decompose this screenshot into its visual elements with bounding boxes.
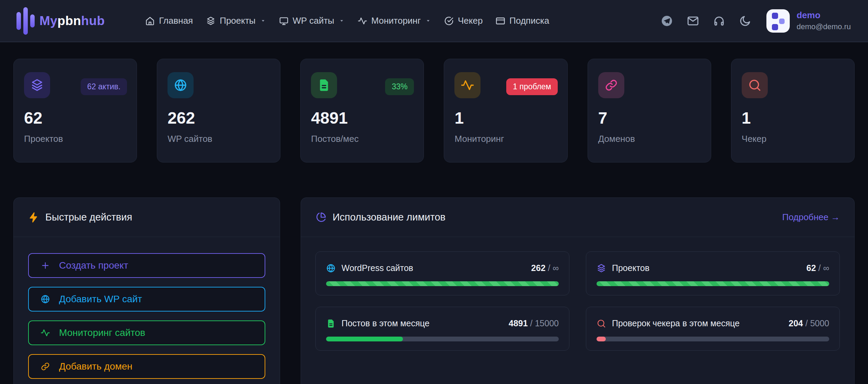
search-icon (748, 78, 762, 92)
activity-icon (358, 16, 367, 26)
limit-card-projects: Проектов 62 / ∞ (586, 251, 840, 295)
home-icon (145, 16, 155, 26)
panels-row: Быстрые действия Создать проект Добавить… (13, 197, 855, 384)
file-text-icon (317, 78, 331, 92)
check-circle-icon (444, 16, 454, 26)
mail-button[interactable] (687, 15, 699, 27)
stat-value: 1 (742, 109, 844, 127)
quick-action-label: Мониторинг сайтов (59, 327, 145, 338)
user-menu[interactable]: demo demo@demo.ru (766, 9, 851, 33)
quick-action-add-domain-button[interactable]: Добавить домен (28, 354, 265, 379)
brand-logo[interactable]: Mypbnhub (16, 7, 105, 35)
stat-value: 1 (454, 109, 557, 127)
theme-toggle-button[interactable] (739, 15, 751, 27)
nav-item-label: Проекты (220, 15, 255, 26)
quick-action-add-wp-site-button[interactable]: Добавить WP сайт (28, 287, 265, 312)
navbar: Mypbnhub Главная Проекты WP сайты Монито… (0, 0, 868, 42)
stat-card-checker[interactable]: 1 Чекер (731, 59, 855, 162)
moon-icon (739, 15, 751, 27)
stat-card-posts[interactable]: 33% 4891 Постов/мес (300, 59, 424, 162)
limit-progress-fill (597, 281, 829, 286)
user-name: demo (797, 10, 851, 21)
file-text-icon (326, 319, 336, 328)
chevron-down-icon (339, 18, 345, 24)
chevron-down-icon (260, 18, 266, 24)
quick-action-label: Создать проект (59, 260, 128, 271)
quick-action-label: Добавить домен (59, 361, 132, 372)
limit-progress-fill (597, 337, 606, 341)
stat-card-domains[interactable]: 7 Доменов (588, 59, 711, 162)
nav-item-home[interactable]: Главная (145, 15, 193, 26)
limit-progress-fill (326, 337, 403, 341)
stat-card-projects[interactable]: 62 актив. 62 Проектов (13, 59, 137, 162)
headphones-icon (713, 15, 725, 27)
stat-icon-tile (24, 72, 50, 98)
link-icon (40, 362, 50, 371)
globe-icon (174, 78, 187, 92)
zap-icon (28, 212, 39, 223)
limits-details-link[interactable]: Подробнее → (782, 212, 840, 223)
limits-list: WordPress сайтов 262 / ∞ Проектов 62 / ∞… (301, 237, 854, 365)
stat-icon-tile (311, 72, 337, 98)
stat-value: 4891 (311, 109, 413, 127)
pie-chart-icon (315, 212, 326, 223)
nav-item-label: WP сайты (293, 15, 334, 26)
chevron-down-icon (425, 18, 431, 24)
user-email: demo@demo.ru (797, 22, 851, 31)
nav-item-label: Главная (159, 15, 193, 26)
globe-icon (326, 263, 336, 273)
limit-label: Проектов (612, 263, 649, 273)
avatar (766, 9, 790, 33)
limits-title: Использование лимитов (333, 212, 445, 223)
topbar-actions: demo demo@demo.ru (661, 9, 851, 33)
stat-label: Доменов (598, 134, 701, 144)
telegram-button[interactable] (661, 15, 673, 27)
stat-label: Постов/мес (311, 134, 413, 144)
quick-action-label: Добавить WP сайт (59, 294, 142, 305)
stat-badge: 33% (385, 78, 414, 95)
layers-icon (30, 78, 44, 92)
stat-icon-tile (742, 72, 768, 98)
stat-label: Мониторинг (454, 134, 557, 144)
mail-icon (687, 15, 699, 27)
limit-label: Проверок чекера в этом месяце (612, 318, 740, 328)
stat-card-monitoring[interactable]: 1 проблем 1 Мониторинг (444, 59, 567, 162)
limit-value: 204 / 5000 (789, 318, 829, 328)
nav-item-label: Подписка (509, 15, 549, 26)
limits-panel: Использование лимитов Подробнее → WordPr… (301, 197, 855, 384)
stat-icon-tile (598, 72, 624, 98)
limit-value: 262 / ∞ (531, 263, 559, 273)
quick-action-create-project-button[interactable]: Создать проект (28, 253, 265, 278)
stat-icon-tile (454, 72, 481, 98)
stat-label: Проектов (24, 134, 126, 144)
limit-progress-track (326, 281, 559, 286)
stat-badge: 62 актив. (81, 78, 127, 95)
limit-label: WordPress сайтов (342, 263, 413, 273)
stat-value: 262 (167, 109, 270, 127)
nav-item-projects[interactable]: Проекты (206, 15, 266, 26)
stat-badge: 1 проблем (506, 78, 557, 95)
link-icon (604, 78, 618, 92)
activity-icon (461, 78, 474, 92)
quick-actions-title: Быстрые действия (45, 212, 132, 223)
limit-progress-track (597, 281, 829, 286)
stat-card-wp-sites[interactable]: 262 WP сайтов (157, 59, 280, 162)
support-button[interactable] (713, 15, 725, 27)
dashboard: 62 актив. 62 Проектов 262 WP сайтов 33% … (0, 42, 868, 384)
quick-actions-list: Создать проект Добавить WP сайт Монитори… (14, 237, 280, 384)
layers-icon (206, 16, 216, 26)
limit-card-wordpress-sites: WordPress сайтов 262 / ∞ (315, 251, 569, 295)
activity-icon (40, 328, 50, 338)
brand-name: Mypbnhub (39, 14, 105, 28)
limit-label: Постов в этом месяце (342, 318, 429, 328)
limit-progress-fill (326, 281, 559, 286)
nav-item-wp-sites[interactable]: WP сайты (279, 15, 345, 26)
telegram-icon (661, 15, 673, 27)
limit-value: 62 / ∞ (807, 263, 829, 273)
nav-item-monitoring[interactable]: Мониторинг (358, 15, 431, 26)
stat-value: 7 (598, 109, 701, 127)
nav-item-checker[interactable]: Чекер (444, 15, 483, 26)
quick-action-monitor-sites-button[interactable]: Мониторинг сайтов (28, 320, 265, 345)
nav-item-subscription[interactable]: Подписка (496, 15, 549, 26)
limit-value: 4891 / 15000 (509, 318, 559, 328)
